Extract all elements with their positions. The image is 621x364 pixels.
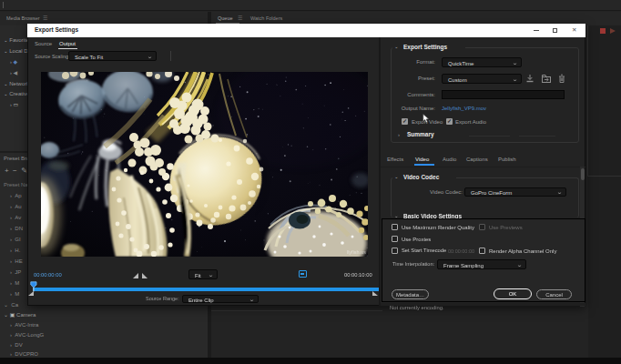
svg-text:llyfish.us: llyfish.us xyxy=(347,249,366,255)
